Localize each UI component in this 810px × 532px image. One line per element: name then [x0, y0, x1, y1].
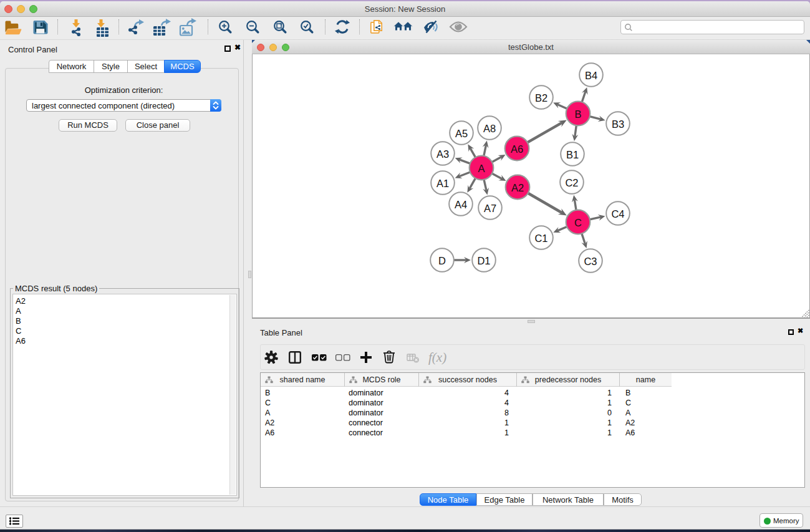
svg-text:A3: A3 [436, 148, 449, 160]
svg-text:A8: A8 [483, 123, 496, 134]
svg-text:C3: C3 [584, 256, 597, 267]
svg-text:C: C [574, 217, 582, 228]
svg-text:A5: A5 [455, 128, 468, 139]
svg-text:D1: D1 [477, 255, 490, 266]
svg-text:A4: A4 [455, 199, 467, 210]
svg-text:C1: C1 [534, 233, 547, 244]
svg-text:A: A [478, 163, 485, 174]
svg-text:B4: B4 [585, 70, 597, 81]
svg-text:A2: A2 [511, 182, 524, 193]
svg-text:C2: C2 [565, 177, 578, 188]
svg-text:A6: A6 [511, 143, 523, 155]
svg-text:A7: A7 [484, 203, 496, 214]
svg-text:f(x): f(x) [428, 350, 446, 365]
svg-text:B2: B2 [535, 92, 547, 104]
svg-text:C4: C4 [611, 208, 624, 220]
svg-text:B: B [574, 109, 581, 120]
svg-text:B1: B1 [566, 149, 579, 160]
svg-text:A1: A1 [436, 178, 449, 189]
svg-text:B3: B3 [612, 118, 624, 130]
svg-text:D: D [438, 255, 446, 266]
